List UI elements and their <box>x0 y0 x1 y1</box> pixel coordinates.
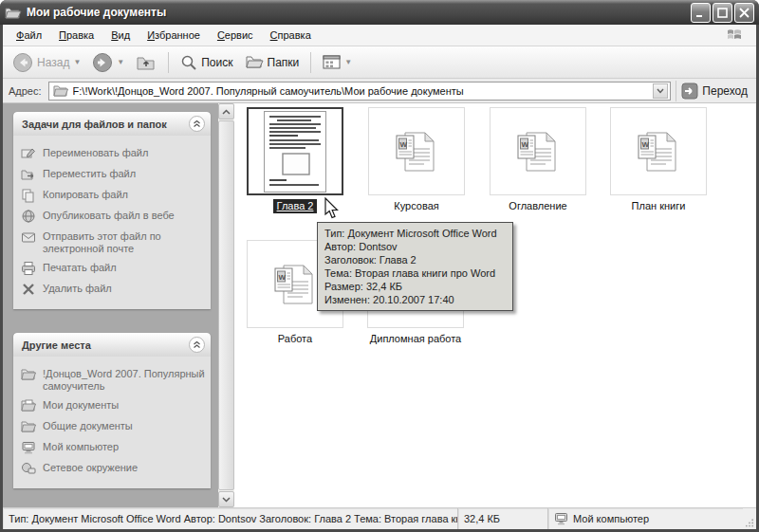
menu-favorites[interactable]: Избранное <box>139 27 208 44</box>
file-tasks-panel: Задачи для файлов и папок Переименовать … <box>13 112 211 309</box>
go-arrow-icon <box>681 83 698 100</box>
file-oglavlenie-label[interactable]: Оглавление <box>505 199 570 213</box>
back-dropdown-icon[interactable]: ▼ <box>73 58 81 66</box>
address-combo[interactable]: F:\!Work\!Донцов_Word 2007. Популярный с… <box>48 82 672 101</box>
tooltip-author: Автор: Dontsov <box>324 240 506 253</box>
scroll-down-button[interactable] <box>218 491 234 507</box>
task-move-file[interactable]: Переместить файл <box>21 164 205 185</box>
menu-tools[interactable]: Сервис <box>210 27 261 44</box>
views-dropdown-icon[interactable]: ▼ <box>344 58 352 66</box>
status-info: Тип: Документ Microsoft Office Word Авто… <box>3 508 458 529</box>
window-title: Мои рабочие документы <box>27 6 686 19</box>
address-path[interactable]: F:\!Work\!Донцов_Word 2007. Популярный с… <box>73 85 649 97</box>
tooltip-size: Размер: 32,4 КБ <box>324 280 506 293</box>
close-button[interactable] <box>734 3 754 23</box>
folder-window-icon <box>5 6 22 20</box>
place-network[interactable]: Сетевое окружение <box>21 458 205 479</box>
menu-view[interactable]: Вид <box>103 27 138 44</box>
place-label: Мои документы <box>43 398 119 412</box>
task-label: Переместить файл <box>43 167 136 180</box>
address-label: Адрес: <box>7 85 44 97</box>
status-zone-label: Мой компьютер <box>573 513 649 524</box>
menu-help[interactable]: Справка <box>263 27 319 44</box>
task-label: Печатать файл <box>43 261 117 274</box>
task-label: Отправить этот файл по электронной почте <box>43 229 205 255</box>
status-size: 32,4 КБ <box>458 508 548 529</box>
task-rename-file[interactable]: Переименовать файл <box>21 143 205 164</box>
word-document-icon: W <box>635 128 682 175</box>
go-button[interactable]: Переход <box>676 81 752 101</box>
file-list-area[interactable]: Глава 2 <box>234 103 756 507</box>
file-plan-knigi[interactable]: W План книги <box>610 107 707 213</box>
file-kursovaya-thumbnail[interactable]: W <box>368 107 465 195</box>
file-tasks-header[interactable]: Задачи для файлов и папок <box>13 112 211 136</box>
mouse-cursor-icon <box>324 197 340 222</box>
windows-logo-icon <box>726 27 750 44</box>
resize-grip[interactable] <box>743 508 756 529</box>
file-kursovaya[interactable]: W Курсовая <box>368 107 465 213</box>
task-label: Опубликовать файл в вебе <box>43 209 175 222</box>
place-shared-documents[interactable]: Общие документы <box>21 416 205 437</box>
tooltip-subject: Тема: Вторая глава книги про Word <box>324 266 506 280</box>
other-places-title: Другие места <box>22 339 189 351</box>
document-preview-icon <box>264 111 326 193</box>
task-pane: Задачи для файлов и папок Переименовать … <box>3 103 218 507</box>
file-glava2-thumbnail[interactable] <box>247 107 343 195</box>
up-folder-icon <box>136 53 157 72</box>
scrollbar-thumb[interactable] <box>218 120 234 490</box>
collapse-chevron-icon[interactable] <box>189 337 205 353</box>
file-oglavlenie[interactable]: W Оглавление <box>490 107 586 213</box>
folders-button[interactable]: Папки <box>241 51 304 73</box>
task-email-file[interactable]: Отправить этот файл по электронной почте <box>21 227 205 258</box>
place-label: Сетевое окружение <box>43 461 138 474</box>
address-dropdown-button[interactable] <box>653 83 668 99</box>
folder-icon <box>53 84 68 97</box>
file-plan-knigi-thumbnail[interactable]: W <box>610 107 707 195</box>
status-bar: Тип: Документ Microsoft Office Word Авто… <box>3 507 756 529</box>
documents-folder-icon <box>21 398 36 413</box>
sidebar-scrollbar[interactable] <box>218 103 234 507</box>
go-label: Переход <box>702 84 748 98</box>
task-label: Копировать файл <box>43 188 128 201</box>
task-copy-file[interactable]: Копировать файл <box>21 185 205 206</box>
menu-edit[interactable]: Правка <box>51 27 102 44</box>
collapse-chevron-icon[interactable] <box>189 116 205 132</box>
folder-icon <box>21 367 36 382</box>
up-button[interactable] <box>132 50 160 75</box>
task-print-file[interactable]: Печатать файл <box>21 258 205 279</box>
task-publish-file[interactable]: Опубликовать файл в вебе <box>21 206 205 227</box>
views-button[interactable]: ▼ <box>319 52 356 72</box>
file-diplomnaya-label[interactable]: Дипломная работа <box>366 332 465 346</box>
word-document-icon: W <box>514 128 562 175</box>
search-button[interactable]: Поиск <box>176 51 236 74</box>
search-icon <box>180 54 197 71</box>
scroll-up-button[interactable] <box>218 103 234 119</box>
toolbar-separator <box>168 52 169 73</box>
task-delete-file[interactable]: Удалить файл <box>21 279 205 300</box>
address-bar: Адрес: F:\!Work\!Донцов_Word 2007. Попул… <box>3 79 756 103</box>
title-bar: Мои рабочие документы <box>0 0 759 25</box>
back-label: Назад <box>37 56 69 69</box>
task-label: Переименовать файл <box>43 146 148 159</box>
svg-text:W: W <box>522 140 529 149</box>
other-places-header[interactable]: Другие места <box>13 333 211 357</box>
file-kursovaya-label[interactable]: Курсовая <box>390 199 442 213</box>
file-oglavlenie-thumbnail[interactable]: W <box>490 107 586 195</box>
minimize-button[interactable] <box>691 3 711 23</box>
place-my-computer[interactable]: Мой компьютер <box>21 437 205 458</box>
file-glava2-label[interactable]: Глава 2 <box>273 199 318 213</box>
place-parent-folder[interactable]: !Донцов_Word 2007. Популярный самоучител… <box>21 364 205 395</box>
toolbar-separator <box>310 52 311 73</box>
file-plan-knigi-label[interactable]: План книги <box>628 199 690 213</box>
back-arrow-icon <box>12 52 33 73</box>
menu-file[interactable]: Файл <box>9 27 49 44</box>
maximize-button[interactable] <box>713 3 732 23</box>
forward-button[interactable]: ▼ <box>88 49 128 76</box>
back-button[interactable]: Назад ▼ <box>9 49 84 76</box>
file-rabota-label[interactable]: Работа <box>274 332 316 346</box>
place-my-documents[interactable]: Мои документы <box>21 395 205 416</box>
views-icon <box>323 55 341 69</box>
move-icon <box>21 167 36 182</box>
forward-dropdown-icon[interactable]: ▼ <box>117 58 124 66</box>
shared-folder-icon <box>21 419 36 434</box>
